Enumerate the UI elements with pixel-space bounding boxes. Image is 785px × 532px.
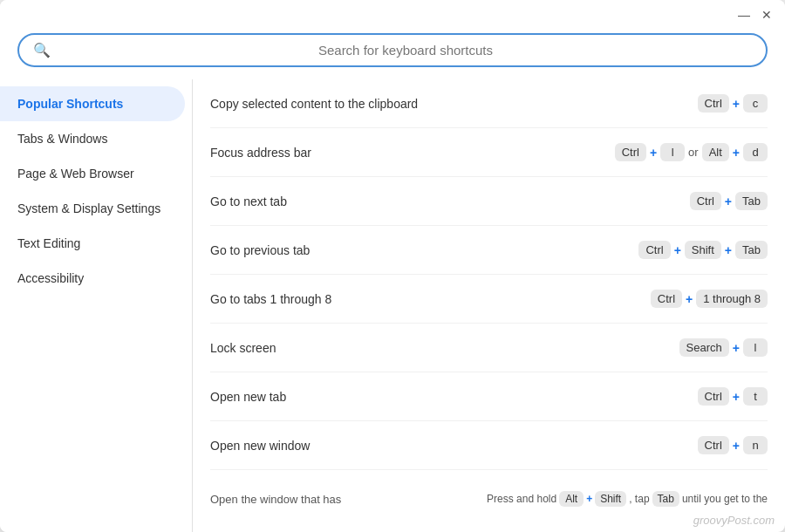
search-bar: 🔍 [17, 33, 768, 67]
shortcut-row-new-window: Open new window Ctrl + n [210, 421, 768, 470]
key-plus-10: + [586, 493, 592, 505]
shortcut-row-tabs18: Go to tabs 1 through 8 Ctrl + 1 through … [210, 275, 768, 324]
close-button[interactable]: ✕ [759, 7, 775, 23]
key-plus-4: + [674, 243, 681, 257]
key-plus-1: + [650, 146, 657, 160]
watermark: groovyPost.com [693, 514, 775, 527]
shortcut-desc-lock: Lock screen [210, 341, 679, 355]
key-alt-2: Alt [559, 491, 584, 507]
key-ctrl-1: Ctrl [615, 143, 646, 161]
key-plus-8: + [733, 390, 740, 404]
shortcut-row-next-tab: Go to next tab Ctrl + Tab [210, 177, 768, 226]
key-tab: Tab [735, 192, 768, 210]
key-plus: + [733, 97, 740, 111]
shortcuts-list: Copy selected content to the clipboard C… [192, 79, 785, 532]
key-plus-6: + [686, 292, 693, 306]
search-bar-area: 🔍 [0, 30, 785, 79]
sidebar-item-page[interactable]: Page & Web Browser [0, 156, 192, 191]
key-l-2: l [743, 338, 768, 357]
shortcut-keys-new-window: Ctrl + n [698, 436, 768, 454]
shortcut-row-open-window-partial: Open the window that has Press and hold … [210, 470, 768, 519]
shortcut-row-copy: Copy selected content to the clipboard C… [210, 79, 768, 128]
key-t: t [743, 387, 768, 406]
shortcut-desc-next-tab: Go to next tab [210, 194, 690, 208]
content-area: Popular Shortcuts Tabs & Windows Page & … [0, 79, 785, 532]
shortcut-keys-focus: Ctrl + l or Alt + d [615, 143, 768, 161]
key-ctrl-6: Ctrl [698, 436, 729, 454]
key-shift: Shift [685, 241, 721, 259]
shortcut-desc-partial: Open the window that has [210, 493, 487, 506]
shortcut-keys-new-tab: Ctrl + t [698, 387, 768, 406]
shortcut-desc-focus: Focus address bar [210, 146, 615, 160]
press-hold-label: Press and hold [487, 493, 556, 505]
shortcut-keys-prev-tab: Ctrl + Shift + Tab [638, 241, 768, 259]
shortcut-desc-tabs18: Go to tabs 1 through 8 [210, 292, 651, 306]
sidebar-item-text[interactable]: Text Editing [0, 226, 192, 261]
tap-comma-label: , tap [629, 493, 649, 505]
until-label: until you get to the [682, 493, 768, 505]
sidebar: Popular Shortcuts Tabs & Windows Page & … [0, 79, 192, 532]
key-tab-2: Tab [735, 241, 768, 259]
key-plus-2: + [733, 146, 740, 160]
key-plus-9: + [733, 439, 740, 453]
shortcut-keys-partial: Press and hold Alt + Shift , tap Tab unt… [487, 491, 768, 507]
key-plus-7: + [733, 341, 740, 355]
key-plus-3: + [725, 194, 732, 208]
key-ctrl: Ctrl [698, 94, 729, 113]
key-ctrl-4: Ctrl [651, 290, 682, 308]
shortcut-desc-prev-tab: Go to previous tab [210, 243, 638, 257]
shortcut-desc-new-tab: Open new tab [210, 390, 698, 404]
shortcut-keys-lock: Search + l [679, 338, 768, 357]
shortcut-row-focus-address: Focus address bar Ctrl + l or Alt + d [210, 128, 768, 177]
minimize-button[interactable]: — [736, 7, 752, 23]
key-ctrl-3: Ctrl [638, 241, 670, 259]
key-ctrl-5: Ctrl [698, 387, 729, 406]
key-tab-3: Tab [652, 491, 679, 507]
key-ctrl-2: Ctrl [690, 192, 721, 210]
shortcut-row-new-tab: Open new tab Ctrl + t [210, 372, 768, 421]
search-icon: 🔍 [33, 42, 51, 58]
key-d: d [743, 143, 768, 161]
key-c: c [743, 94, 768, 113]
sidebar-item-accessibility[interactable]: Accessibility [0, 261, 192, 296]
sidebar-item-tabs[interactable]: Tabs & Windows [0, 121, 192, 156]
key-1through8: 1 through 8 [696, 290, 768, 308]
key-alt: Alt [702, 143, 729, 161]
key-shift-2: Shift [595, 491, 626, 507]
key-n: n [743, 436, 768, 454]
sidebar-item-system[interactable]: System & Display Settings [0, 191, 192, 226]
shortcut-desc-copy: Copy selected content to the clipboard [210, 97, 698, 111]
shortcut-keys-next-tab: Ctrl + Tab [690, 192, 768, 210]
sidebar-item-popular[interactable]: Popular Shortcuts [0, 86, 185, 121]
key-l: l [660, 143, 685, 161]
shortcut-keys-copy: Ctrl + c [698, 94, 768, 113]
keyboard-shortcuts-window: — ✕ 🔍 Popular Shortcuts Tabs & Windows P… [0, 0, 785, 532]
shortcut-row-lock: Lock screen Search + l [210, 324, 768, 372]
shortcut-keys-tabs18: Ctrl + 1 through 8 [651, 290, 768, 308]
search-input[interactable] [59, 43, 752, 58]
key-or: or [688, 146, 699, 159]
shortcut-desc-new-window: Open new window [210, 439, 698, 453]
title-bar: — ✕ [0, 0, 785, 30]
key-plus-5: + [725, 243, 732, 257]
key-search: Search [679, 338, 729, 357]
shortcut-row-prev-tab: Go to previous tab Ctrl + Shift + Tab [210, 226, 768, 275]
